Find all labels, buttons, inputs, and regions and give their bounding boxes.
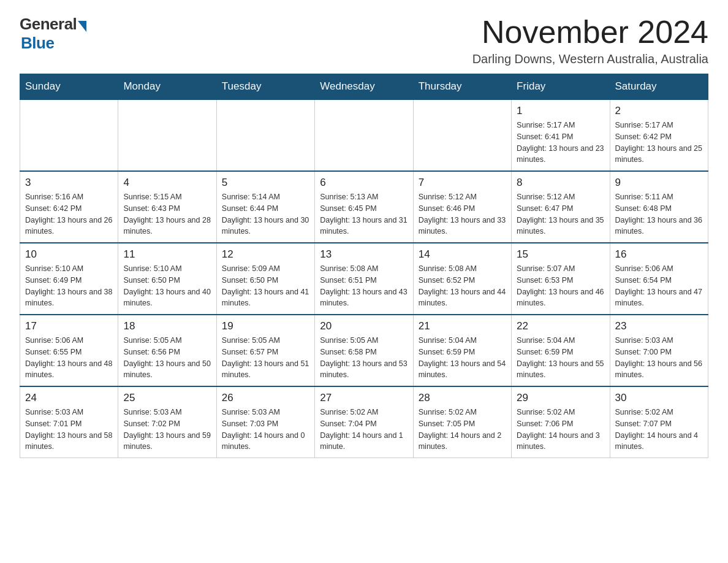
day-info: Sunrise: 5:05 AM Sunset: 6:57 PM Dayligh… (222, 335, 309, 381)
calendar-cell: 9Sunrise: 5:11 AM Sunset: 6:48 PM Daylig… (610, 171, 708, 243)
calendar-title: November 2024 (472, 15, 708, 50)
day-number: 25 (123, 392, 211, 404)
calendar-cell: 23Sunrise: 5:03 AM Sunset: 7:00 PM Dayli… (610, 315, 708, 386)
day-number: 12 (222, 248, 309, 261)
day-info: Sunrise: 5:02 AM Sunset: 7:07 PM Dayligh… (615, 407, 703, 453)
calendar-cell: 15Sunrise: 5:07 AM Sunset: 6:53 PM Dayli… (512, 243, 610, 315)
calendar-week-row: 24Sunrise: 5:03 AM Sunset: 7:01 PM Dayli… (20, 386, 708, 458)
day-info: Sunrise: 5:17 AM Sunset: 6:42 PM Dayligh… (615, 120, 703, 166)
calendar-day-header: Thursday (413, 74, 511, 100)
day-number: 16 (615, 248, 703, 261)
day-number: 20 (320, 320, 408, 332)
title-area: November 2024 Darling Downs, Western Aus… (472, 15, 708, 66)
day-number: 15 (517, 248, 604, 261)
calendar-table: SundayMondayTuesdayWednesdayThursdayFrid… (20, 74, 708, 458)
day-info: Sunrise: 5:12 AM Sunset: 6:46 PM Dayligh… (419, 191, 506, 237)
calendar-week-row: 17Sunrise: 5:06 AM Sunset: 6:55 PM Dayli… (20, 315, 708, 386)
day-info: Sunrise: 5:12 AM Sunset: 6:47 PM Dayligh… (517, 191, 604, 237)
day-number: 29 (517, 392, 604, 404)
calendar-week-row: 10Sunrise: 5:10 AM Sunset: 6:49 PM Dayli… (20, 243, 708, 315)
calendar-week-row: 3Sunrise: 5:16 AM Sunset: 6:42 PM Daylig… (20, 171, 708, 243)
day-info: Sunrise: 5:02 AM Sunset: 7:05 PM Dayligh… (419, 407, 506, 453)
calendar-cell: 27Sunrise: 5:02 AM Sunset: 7:04 PM Dayli… (315, 386, 413, 458)
day-number: 21 (419, 320, 506, 332)
day-number: 14 (419, 248, 506, 261)
calendar-day-header: Friday (512, 74, 610, 100)
day-info: Sunrise: 5:03 AM Sunset: 7:01 PM Dayligh… (25, 407, 113, 453)
day-number: 10 (25, 248, 113, 261)
day-info: Sunrise: 5:10 AM Sunset: 6:50 PM Dayligh… (123, 263, 211, 309)
calendar-cell: 25Sunrise: 5:03 AM Sunset: 7:02 PM Dayli… (118, 386, 216, 458)
day-number: 5 (222, 177, 309, 189)
calendar-day-header: Saturday (610, 74, 708, 100)
calendar-cell: 3Sunrise: 5:16 AM Sunset: 6:42 PM Daylig… (20, 171, 118, 243)
calendar-cell: 21Sunrise: 5:04 AM Sunset: 6:59 PM Dayli… (413, 315, 511, 386)
day-number: 23 (615, 320, 703, 332)
day-number: 22 (517, 320, 604, 332)
day-number: 26 (222, 392, 309, 404)
day-info: Sunrise: 5:06 AM Sunset: 6:54 PM Dayligh… (615, 263, 703, 309)
day-info: Sunrise: 5:08 AM Sunset: 6:51 PM Dayligh… (320, 263, 408, 309)
page-header: General Blue November 2024 Darling Downs… (20, 15, 708, 66)
calendar-cell: 14Sunrise: 5:08 AM Sunset: 6:52 PM Dayli… (413, 243, 511, 315)
day-number: 7 (419, 177, 506, 189)
day-info: Sunrise: 5:05 AM Sunset: 6:56 PM Dayligh… (123, 335, 211, 381)
day-number: 8 (517, 177, 604, 189)
calendar-cell: 24Sunrise: 5:03 AM Sunset: 7:01 PM Dayli… (20, 386, 118, 458)
calendar-cell: 7Sunrise: 5:12 AM Sunset: 6:46 PM Daylig… (413, 171, 511, 243)
calendar-week-row: 1Sunrise: 5:17 AM Sunset: 6:41 PM Daylig… (20, 99, 708, 171)
logo-general-text: General (20, 15, 77, 34)
calendar-cell: 29Sunrise: 5:02 AM Sunset: 7:06 PM Dayli… (512, 386, 610, 458)
day-number: 18 (123, 320, 211, 332)
day-info: Sunrise: 5:07 AM Sunset: 6:53 PM Dayligh… (517, 263, 604, 309)
day-info: Sunrise: 5:06 AM Sunset: 6:55 PM Dayligh… (25, 335, 113, 381)
day-info: Sunrise: 5:03 AM Sunset: 7:02 PM Dayligh… (123, 407, 211, 453)
day-info: Sunrise: 5:03 AM Sunset: 7:03 PM Dayligh… (222, 407, 309, 453)
day-number: 1 (517, 105, 604, 117)
logo-arrow-icon (78, 21, 86, 32)
calendar-cell: 22Sunrise: 5:04 AM Sunset: 6:59 PM Dayli… (512, 315, 610, 386)
day-info: Sunrise: 5:04 AM Sunset: 6:59 PM Dayligh… (419, 335, 506, 381)
day-info: Sunrise: 5:05 AM Sunset: 6:58 PM Dayligh… (320, 335, 408, 381)
calendar-cell (216, 99, 314, 171)
calendar-cell: 2Sunrise: 5:17 AM Sunset: 6:42 PM Daylig… (610, 99, 708, 171)
day-number: 11 (123, 248, 211, 261)
calendar-cell: 18Sunrise: 5:05 AM Sunset: 6:56 PM Dayli… (118, 315, 216, 386)
calendar-cell (20, 99, 118, 171)
day-number: 27 (320, 392, 408, 404)
day-info: Sunrise: 5:14 AM Sunset: 6:44 PM Dayligh… (222, 191, 309, 237)
day-info: Sunrise: 5:17 AM Sunset: 6:41 PM Dayligh… (517, 120, 604, 166)
day-info: Sunrise: 5:08 AM Sunset: 6:52 PM Dayligh… (419, 263, 506, 309)
day-number: 28 (419, 392, 506, 404)
day-number: 19 (222, 320, 309, 332)
day-info: Sunrise: 5:10 AM Sunset: 6:49 PM Dayligh… (25, 263, 113, 309)
calendar-cell: 8Sunrise: 5:12 AM Sunset: 6:47 PM Daylig… (512, 171, 610, 243)
calendar-header-row: SundayMondayTuesdayWednesdayThursdayFrid… (20, 74, 708, 100)
calendar-cell: 1Sunrise: 5:17 AM Sunset: 6:41 PM Daylig… (512, 99, 610, 171)
calendar-cell (315, 99, 413, 171)
day-number: 30 (615, 392, 703, 404)
day-number: 4 (123, 177, 211, 189)
logo-blue-text: Blue (21, 34, 54, 53)
calendar-cell: 20Sunrise: 5:05 AM Sunset: 6:58 PM Dayli… (315, 315, 413, 386)
day-info: Sunrise: 5:04 AM Sunset: 6:59 PM Dayligh… (517, 335, 604, 381)
calendar-cell: 26Sunrise: 5:03 AM Sunset: 7:03 PM Dayli… (216, 386, 314, 458)
calendar-cell: 12Sunrise: 5:09 AM Sunset: 6:50 PM Dayli… (216, 243, 314, 315)
day-number: 17 (25, 320, 113, 332)
calendar-day-header: Monday (118, 74, 216, 100)
day-info: Sunrise: 5:09 AM Sunset: 6:50 PM Dayligh… (222, 263, 309, 309)
day-info: Sunrise: 5:02 AM Sunset: 7:04 PM Dayligh… (320, 407, 408, 453)
day-number: 2 (615, 105, 703, 117)
calendar-cell: 13Sunrise: 5:08 AM Sunset: 6:51 PM Dayli… (315, 243, 413, 315)
day-info: Sunrise: 5:15 AM Sunset: 6:43 PM Dayligh… (123, 191, 211, 237)
calendar-cell: 30Sunrise: 5:02 AM Sunset: 7:07 PM Dayli… (610, 386, 708, 458)
day-info: Sunrise: 5:16 AM Sunset: 6:42 PM Dayligh… (25, 191, 113, 237)
day-number: 6 (320, 177, 408, 189)
day-info: Sunrise: 5:02 AM Sunset: 7:06 PM Dayligh… (517, 407, 604, 453)
calendar-cell: 10Sunrise: 5:10 AM Sunset: 6:49 PM Dayli… (20, 243, 118, 315)
calendar-cell: 28Sunrise: 5:02 AM Sunset: 7:05 PM Dayli… (413, 386, 511, 458)
calendar-cell: 6Sunrise: 5:13 AM Sunset: 6:45 PM Daylig… (315, 171, 413, 243)
calendar-cell: 19Sunrise: 5:05 AM Sunset: 6:57 PM Dayli… (216, 315, 314, 386)
calendar-cell (118, 99, 216, 171)
calendar-cell: 5Sunrise: 5:14 AM Sunset: 6:44 PM Daylig… (216, 171, 314, 243)
